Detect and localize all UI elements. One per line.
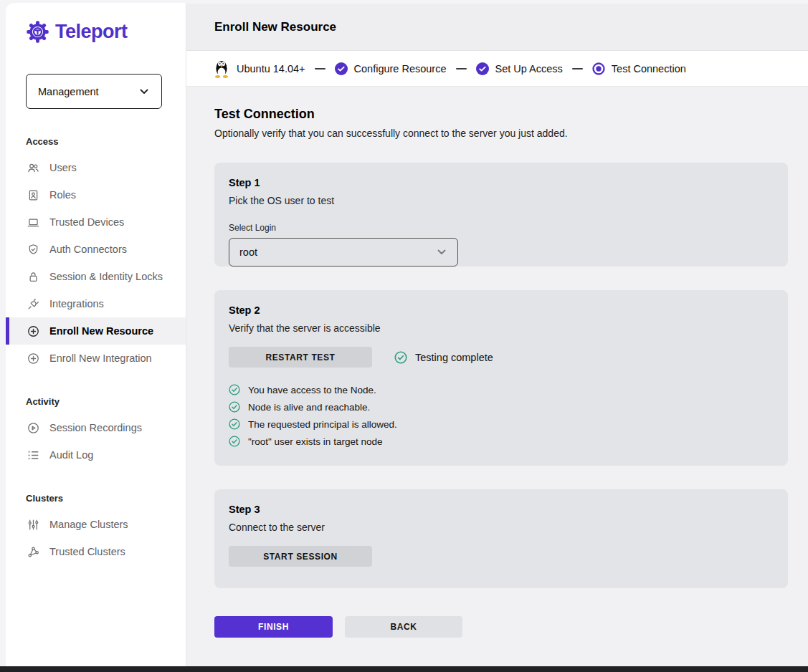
laptop-icon xyxy=(26,215,40,229)
sidebar-item-auth-connectors[interactable]: Auth Connectors xyxy=(6,236,186,263)
stepper-step-test-connection: Test Connection xyxy=(592,62,686,75)
sidebar-item-label: Auth Connectors xyxy=(49,244,127,255)
sidebar-item-users[interactable]: Users xyxy=(6,154,186,181)
users-icon xyxy=(26,160,40,175)
sidebar-item-manage-clusters[interactable]: Manage Clusters xyxy=(6,511,186,538)
sidebar-panel: Teleport Management Access Users Role xyxy=(6,3,186,666)
app-window: Teleport Management Access Users Role xyxy=(0,0,808,672)
lock-icon xyxy=(26,269,40,284)
teleport-logo[interactable]: Teleport xyxy=(6,3,186,44)
step-complete-check-icon xyxy=(335,62,348,75)
chevron-down-icon xyxy=(138,86,150,97)
step3-title: Step 3 xyxy=(229,504,774,515)
list-icon xyxy=(26,448,40,462)
sidebar-item-label: Session & Identity Locks xyxy=(49,271,163,282)
check-item: Node is alive and reachable. xyxy=(229,398,774,416)
check-item-label: The requested principal is allowed. xyxy=(248,419,397,430)
plug-icon xyxy=(26,297,40,311)
start-session-button[interactable]: START SESSION xyxy=(229,546,372,567)
sidebar-item-trusted-clusters[interactable]: Trusted Clusters xyxy=(6,538,186,565)
check-item: The requested principal is allowed. xyxy=(229,416,774,433)
play-circle-icon xyxy=(26,421,40,435)
sidebar-item-label: Users xyxy=(49,162,77,173)
plus-circle-icon xyxy=(26,351,40,365)
sidebar-item-label: Audit Log xyxy=(49,449,93,461)
success-check-icon xyxy=(229,436,240,447)
step3-description: Connect to the server xyxy=(229,522,774,533)
check-item: You have access to the Node. xyxy=(229,381,774,398)
sidebar: Teleport Management Access Users Role xyxy=(0,0,186,672)
sidebar-item-label: Enroll New Integration xyxy=(49,352,152,364)
test-connection-panel: Test Connection Optionally verify that y… xyxy=(186,87,808,672)
stepper-step-label: Test Connection xyxy=(612,63,686,75)
stepper-resource: Ubuntu 14.04+ xyxy=(213,59,305,78)
select-login-dropdown[interactable]: root xyxy=(229,238,458,267)
step3-card: Step 3 Connect to the server START SESSI… xyxy=(214,489,788,588)
main-area: Enroll New Resource xyxy=(186,0,808,672)
step1-title: Step 1 xyxy=(229,177,774,188)
check-item-label: You have access to the Node. xyxy=(248,385,376,395)
id-card-icon xyxy=(26,188,40,202)
shield-check-icon xyxy=(26,242,40,256)
testing-complete-label: Testing complete xyxy=(415,352,493,363)
step-complete-check-icon xyxy=(476,62,489,75)
finish-button[interactable]: FINISH xyxy=(214,616,333,638)
stepper-step-label: Configure Resource xyxy=(354,63,447,75)
sidebar-section-activity: Activity xyxy=(6,396,186,407)
sidebar-item-label: Enroll New Resource xyxy=(49,325,153,337)
select-login-value: root xyxy=(239,246,257,258)
restart-test-button[interactable]: RESTART TEST xyxy=(229,347,372,368)
page-title: Enroll New Resource xyxy=(214,20,336,34)
teleport-wordmark: Teleport xyxy=(55,21,128,43)
step-current-radio-icon xyxy=(592,62,605,75)
plus-circle-icon xyxy=(26,324,40,338)
workspace-selector[interactable]: Management xyxy=(26,74,162,109)
sidebar-item-enroll-new-integration[interactable]: Enroll New Integration xyxy=(6,345,186,372)
workspace-selector-value: Management xyxy=(38,86,99,97)
sidebar-item-enroll-new-resource[interactable]: Enroll New Resource xyxy=(6,317,186,345)
sidebar-item-label: Roles xyxy=(49,189,76,201)
sidebar-section-access: Access xyxy=(6,136,186,147)
stepper-resource-label: Ubuntu 14.04+ xyxy=(237,63,305,75)
sidebar-item-integrations[interactable]: Integrations xyxy=(6,290,186,317)
sidebar-item-audit-log[interactable]: Audit Log xyxy=(6,441,186,469)
linux-tux-icon xyxy=(213,59,230,78)
check-item: "root" user exists in target node xyxy=(229,433,774,450)
sidebar-item-session-identity-locks[interactable]: Session & Identity Locks xyxy=(6,263,186,290)
stepper-step-configure-resource: Configure Resource xyxy=(335,62,447,75)
teleport-gear-icon xyxy=(26,20,49,44)
sidebar-section-clusters: Clusters xyxy=(6,493,186,504)
stepper-dash xyxy=(315,68,325,69)
step2-description: Verify that the server is accessible xyxy=(229,322,774,334)
sidebar-item-label: Trusted Clusters xyxy=(49,546,125,557)
sidebar-item-label: Trusted Devices xyxy=(49,216,124,228)
step2-title: Step 2 xyxy=(229,304,774,316)
sidebar-item-trusted-devices[interactable]: Trusted Devices xyxy=(6,208,186,236)
sidebar-item-label: Manage Clusters xyxy=(49,519,128,530)
stepper-step-label: Set Up Access xyxy=(495,63,563,75)
network-icon xyxy=(26,544,40,559)
stepper-dash xyxy=(456,68,467,69)
enroll-stepper: Ubuntu 14.04+ Configure Resource Set Up … xyxy=(186,51,808,87)
stepper-step-set-up-access: Set Up Access xyxy=(476,62,563,75)
chevron-down-icon xyxy=(436,246,447,258)
success-check-icon xyxy=(229,401,240,413)
success-check-icon xyxy=(229,418,240,430)
sidebar-item-label: Session Recordings xyxy=(49,422,142,433)
success-check-icon xyxy=(394,351,407,364)
success-check-icon xyxy=(229,384,240,395)
section-title: Test Connection xyxy=(214,107,808,122)
window-bottom-edge xyxy=(0,666,808,672)
testing-complete-status: Testing complete xyxy=(394,351,493,364)
step1-description: Pick the OS user to test xyxy=(229,195,774,206)
check-item-label: "root" user exists in target node xyxy=(248,436,382,447)
section-subtitle: Optionally verify that you can successfu… xyxy=(214,128,808,139)
test-checklist: You have access to the Node. Node is ali… xyxy=(229,381,774,466)
sidebar-item-session-recordings[interactable]: Session Recordings xyxy=(6,414,186,441)
sidebar-item-roles[interactable]: Roles xyxy=(6,181,186,208)
sliders-icon xyxy=(26,517,40,532)
page-header: Enroll New Resource xyxy=(186,4,808,51)
sidebar-item-label: Integrations xyxy=(49,298,104,309)
back-button[interactable]: BACK xyxy=(345,616,462,638)
step1-card: Step 1 Pick the OS user to test Select L… xyxy=(214,163,788,267)
